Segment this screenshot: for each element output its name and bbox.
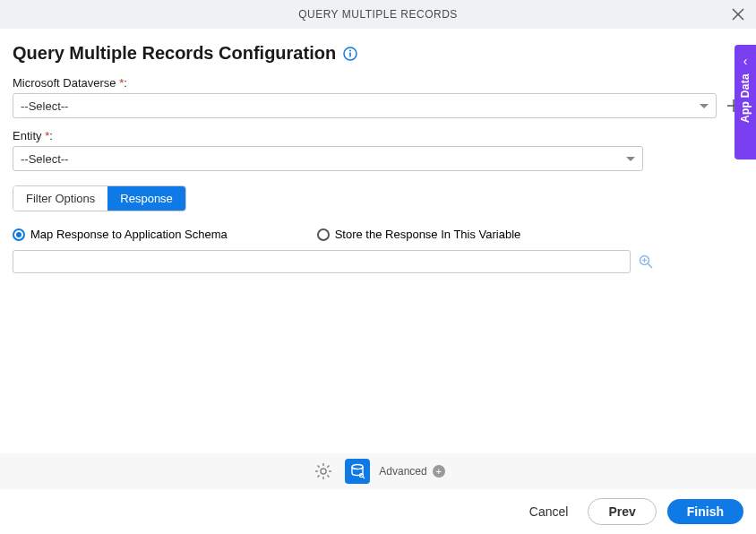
- chevron-left-icon: ‹: [743, 54, 748, 68]
- finish-button[interactable]: Finish: [667, 499, 743, 524]
- page-title: Query Multiple Records Configuration: [13, 43, 336, 64]
- tab-response[interactable]: Response: [107, 186, 185, 211]
- database-icon: [349, 463, 365, 479]
- settings-tool[interactable]: [311, 459, 336, 484]
- advanced-toggle[interactable]: Advanced +: [379, 465, 444, 478]
- chevron-down-icon: [626, 157, 635, 161]
- svg-line-22: [363, 477, 365, 478]
- svg-line-19: [328, 466, 330, 468]
- entity-label: Entity *:: [13, 129, 743, 142]
- page-title-row: Query Multiple Records Configuration: [13, 43, 743, 64]
- close-icon: [732, 8, 744, 21]
- entity-select-value: --Select--: [21, 152, 68, 166]
- chevron-down-icon: [700, 104, 709, 108]
- content-area: Query Multiple Records Configuration Mic…: [0, 29, 756, 273]
- response-schema-input[interactable]: [13, 250, 631, 273]
- svg-point-20: [352, 465, 363, 469]
- close-button[interactable]: [729, 5, 747, 23]
- data-tool[interactable]: [345, 459, 370, 484]
- dataverse-select-value: --Select--: [21, 99, 68, 113]
- svg-line-8: [649, 264, 653, 269]
- tab-filter-options[interactable]: Filter Options: [13, 186, 107, 211]
- app-data-panel-toggle[interactable]: ‹ App Data: [735, 45, 756, 159]
- radio-unchecked-icon: [317, 228, 330, 241]
- radio-checked-icon: [13, 228, 25, 241]
- search-zoom-icon[interactable]: [638, 254, 654, 270]
- response-panel: Map Response to Application Schema Store…: [13, 228, 743, 273]
- cancel-button[interactable]: Cancel: [520, 499, 578, 524]
- radio-store-label: Store the Response In This Variable: [335, 228, 521, 241]
- info-icon[interactable]: [343, 47, 357, 61]
- svg-line-17: [328, 475, 330, 477]
- radio-map-label: Map Response to Application Schema: [30, 228, 228, 241]
- entity-field: Entity *: --Select--: [13, 129, 743, 171]
- svg-line-18: [318, 475, 320, 477]
- prev-button[interactable]: Prev: [588, 498, 656, 525]
- dialog-title: QUERY MULTIPLE RECORDS: [298, 8, 458, 21]
- dialog-header: QUERY MULTIPLE RECORDS: [0, 0, 756, 29]
- dataverse-field: Microsoft Dataverse *: --Select--: [13, 76, 743, 118]
- svg-rect-4: [349, 52, 351, 56]
- dataverse-label: Microsoft Dataverse *:: [13, 76, 743, 90]
- dataverse-select[interactable]: --Select--: [13, 93, 717, 118]
- footer: Cancel Prev Finish: [0, 489, 756, 534]
- entity-select[interactable]: --Select--: [13, 146, 643, 171]
- tab-group: Filter Options Response: [13, 185, 186, 211]
- svg-line-16: [318, 466, 320, 468]
- svg-point-11: [321, 469, 326, 474]
- svg-point-3: [349, 49, 351, 51]
- plus-circle-icon: +: [433, 465, 445, 478]
- app-data-label: App Data: [739, 73, 752, 123]
- bottom-toolbar: Advanced +: [0, 453, 756, 489]
- gear-icon: [314, 462, 332, 480]
- advanced-label: Advanced: [379, 465, 426, 478]
- radio-store-response[interactable]: Store the Response In This Variable: [317, 228, 521, 241]
- radio-map-response[interactable]: Map Response to Application Schema: [13, 228, 228, 241]
